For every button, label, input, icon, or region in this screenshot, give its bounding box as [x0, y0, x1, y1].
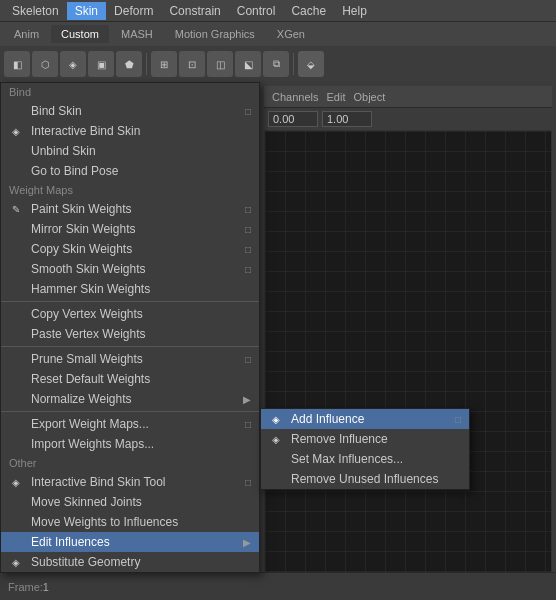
- paste-vertex-icon: [7, 325, 25, 343]
- divider-2: [1, 346, 259, 347]
- channels-edit[interactable]: Edit: [326, 91, 345, 103]
- dropdown-menu: Bind Bind Skin □ ◈ Interactive Bind Skin…: [0, 82, 260, 573]
- toolbar-separator-2: [293, 53, 294, 75]
- timeline-frame: 1: [43, 581, 49, 593]
- tab-bar: Anim Custom MASH Motion Graphics XGen: [0, 22, 556, 46]
- remove-influence-icon: ◈: [267, 430, 285, 448]
- viewport: [264, 130, 552, 600]
- right-panel: Channels Edit Object: [260, 82, 556, 572]
- channel-value-2[interactable]: [322, 111, 372, 127]
- section-weight-maps: Weight Maps: [1, 181, 259, 199]
- menu-skeleton[interactable]: Skeleton: [4, 2, 67, 20]
- interactive-bind-icon: ◈: [7, 122, 25, 140]
- menu-move-weights-influences[interactable]: Move Weights to Influences: [1, 512, 259, 532]
- hammer-weights-icon: [7, 280, 25, 298]
- section-other: Other: [1, 454, 259, 472]
- tab-xgen[interactable]: XGen: [267, 25, 315, 43]
- add-influence-icon: ◈: [267, 410, 285, 428]
- section-bind: Bind: [1, 83, 259, 101]
- bind-skin-icon: [7, 102, 25, 120]
- smooth-weights-icon: [7, 260, 25, 278]
- copy-weights-icon: [7, 240, 25, 258]
- menu-substitute-geometry[interactable]: ◈ Substitute Geometry: [1, 552, 259, 572]
- submenu-edit-influences: ◈ Add Influence □ ◈ Remove Influence Set…: [260, 408, 470, 490]
- channels-object[interactable]: Object: [353, 91, 385, 103]
- divider-3: [1, 411, 259, 412]
- toolbar-icon-9[interactable]: ⬕: [235, 51, 261, 77]
- tab-mash[interactable]: MASH: [111, 25, 163, 43]
- timeline-area: Frame: 1: [0, 572, 556, 600]
- prune-weights-icon: [7, 350, 25, 368]
- mirror-weights-icon: [7, 220, 25, 238]
- prune-weights-check: □: [235, 354, 251, 365]
- bind-skin-check: □: [235, 106, 251, 117]
- export-weights-check: □: [235, 419, 251, 430]
- tab-motion-graphics[interactable]: Motion Graphics: [165, 25, 265, 43]
- submenu-remove-unused-influences[interactable]: Remove Unused Influences: [261, 469, 469, 489]
- menu-copy-vertex-weights[interactable]: Copy Vertex Weights: [1, 304, 259, 324]
- menu-edit-influences[interactable]: Edit Influences ▶: [1, 532, 259, 552]
- move-weights-icon: [7, 513, 25, 531]
- unbind-skin-icon: [7, 142, 25, 160]
- menu-hammer-skin-weights[interactable]: Hammer Skin Weights: [1, 279, 259, 299]
- menu-reset-default-weights[interactable]: Reset Default Weights: [1, 369, 259, 389]
- submenu-add-influence[interactable]: ◈ Add Influence □: [261, 409, 469, 429]
- menu-constrain[interactable]: Constrain: [161, 2, 228, 20]
- menu-export-weight-maps[interactable]: Export Weight Maps... □: [1, 414, 259, 434]
- menu-copy-skin-weights[interactable]: Copy Skin Weights □: [1, 239, 259, 259]
- menu-cache[interactable]: Cache: [283, 2, 334, 20]
- edit-influences-icon: [7, 533, 25, 551]
- channels-label[interactable]: Channels: [272, 91, 318, 103]
- submenu-set-max-influences[interactable]: Set Max Influences...: [261, 449, 469, 469]
- mirror-weights-check: □: [235, 224, 251, 235]
- menu-normalize-weights[interactable]: Normalize Weights ▶: [1, 389, 259, 409]
- menu-smooth-skin-weights[interactable]: Smooth Skin Weights □: [1, 259, 259, 279]
- menu-interactive-bind-skin-tool[interactable]: ◈ Interactive Bind Skin Tool □: [1, 472, 259, 492]
- toolbar-icon-3[interactable]: ◈: [60, 51, 86, 77]
- menu-help[interactable]: Help: [334, 2, 375, 20]
- channel-input-row: [264, 108, 552, 130]
- left-panel: Bind Bind Skin □ ◈ Interactive Bind Skin…: [0, 82, 260, 572]
- toolbar-icon-6[interactable]: ⊞: [151, 51, 177, 77]
- toolbar-icon-11[interactable]: ⬙: [298, 51, 324, 77]
- paint-weights-icon: ✎: [7, 200, 25, 218]
- menu-mirror-skin-weights[interactable]: Mirror Skin Weights □: [1, 219, 259, 239]
- menu-unbind-skin[interactable]: Unbind Skin: [1, 141, 259, 161]
- menu-interactive-bind-skin[interactable]: ◈ Interactive Bind Skin: [1, 121, 259, 141]
- menu-go-to-bind-pose[interactable]: Go to Bind Pose: [1, 161, 259, 181]
- reset-weights-icon: [7, 370, 25, 388]
- menu-import-weights-maps[interactable]: Import Weights Maps...: [1, 434, 259, 454]
- bind-skin-tool-icon: ◈: [7, 473, 25, 491]
- menu-bind-skin[interactable]: Bind Skin □: [1, 101, 259, 121]
- channel-value-1[interactable]: [268, 111, 318, 127]
- tab-custom[interactable]: Custom: [51, 25, 109, 43]
- toolbar-icon-4[interactable]: ▣: [88, 51, 114, 77]
- toolbar-icon-8[interactable]: ◫: [207, 51, 233, 77]
- toolbar-row: ◧ ⬡ ◈ ▣ ⬟ ⊞ ⊡ ◫ ⬕ ⧉ ⬙: [0, 46, 556, 82]
- toolbar-icon-7[interactable]: ⊡: [179, 51, 205, 77]
- menu-prune-small-weights[interactable]: Prune Small Weights □: [1, 349, 259, 369]
- move-skinned-joints-icon: [7, 493, 25, 511]
- menu-deform[interactable]: Deform: [106, 2, 161, 20]
- submenu-remove-influence[interactable]: ◈ Remove Influence: [261, 429, 469, 449]
- channels-bar: Channels Edit Object: [264, 86, 552, 108]
- menu-paint-skin-weights[interactable]: ✎ Paint Skin Weights □: [1, 199, 259, 219]
- copy-vertex-icon: [7, 305, 25, 323]
- menu-move-skinned-joints[interactable]: Move Skinned Joints: [1, 492, 259, 512]
- menu-paste-vertex-weights[interactable]: Paste Vertex Weights: [1, 324, 259, 344]
- export-weights-icon: [7, 415, 25, 433]
- menu-control[interactable]: Control: [229, 2, 284, 20]
- toolbar-icon-2[interactable]: ⬡: [32, 51, 58, 77]
- toolbar-icon-10[interactable]: ⧉: [263, 51, 289, 77]
- remove-unused-icon: [267, 470, 285, 488]
- toolbar-separator-1: [146, 53, 147, 75]
- menu-skin[interactable]: Skin: [67, 2, 106, 20]
- set-max-icon: [267, 450, 285, 468]
- paint-weights-check: □: [235, 204, 251, 215]
- grid-overlay: [265, 131, 551, 600]
- tab-anim[interactable]: Anim: [4, 25, 49, 43]
- toolbar-icon-5[interactable]: ⬟: [116, 51, 142, 77]
- toolbar-icon-1[interactable]: ◧: [4, 51, 30, 77]
- smooth-weights-check: □: [235, 264, 251, 275]
- copy-weights-check: □: [235, 244, 251, 255]
